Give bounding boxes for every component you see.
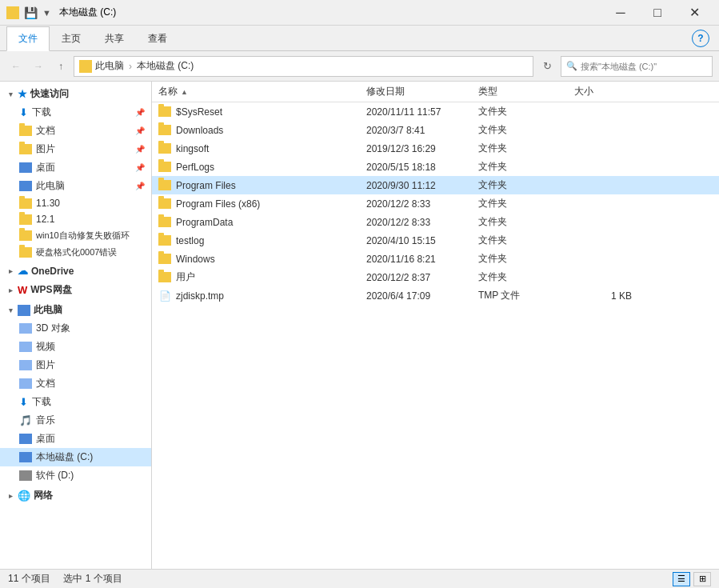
sidebar-header-thispc[interactable]: ▾ 此电脑 (0, 301, 151, 319)
forward-button[interactable]: → (29, 57, 48, 76)
sidebar-header-onedrive[interactable]: ▸ ☁ OneDrive (0, 262, 151, 279)
sidebar-item-3dobjects[interactable]: 3D 对象 (0, 319, 151, 338)
view-tiles-button[interactable]: ⊞ (693, 572, 711, 586)
main-content: ▾ ★ 快速访问 ⬇ 下载 📌 文档 📌 图片 📌 桌面 (0, 82, 719, 569)
sidebar-item-pictures2[interactable]: 图片 (0, 356, 151, 374)
drive-d-icon (19, 470, 32, 481)
sidebar-item-desktop2[interactable]: 桌面 (0, 430, 151, 448)
file-name: Windows (158, 254, 366, 265)
sidebar-item-documents[interactable]: 文档 📌 (0, 122, 151, 140)
sidebar-item-label: 11.30 (36, 198, 60, 209)
sidebar-item-download2[interactable]: ⬇ 下载 (0, 393, 151, 411)
minimize-button[interactable]: ─ (602, 0, 639, 26)
title-bar: 💾 ▼ 本地磁盘 (C:) ─ □ ✕ (0, 0, 719, 26)
sidebar-item-label: 硬盘格式化0007错误 (36, 246, 117, 258)
maximize-button[interactable]: □ (639, 0, 676, 26)
table-row[interactable]: 📄 zjdiskp.tmp 2020/6/4 17:09 TMP 文件 1 KB (152, 286, 719, 305)
quick-access-save[interactable]: 💾 (24, 6, 38, 19)
title-text: 本地磁盘 (C:) (59, 6, 116, 19)
file-type: 文件夹 (478, 234, 574, 247)
col-header-name[interactable]: 名称 ▲ (158, 85, 366, 98)
col-header-type[interactable]: 类型 (478, 85, 574, 98)
view-details-button[interactable]: ☰ (673, 572, 690, 586)
address-crumb-pc[interactable]: 此电脑 (95, 59, 124, 73)
refresh-button[interactable]: ↻ (537, 56, 557, 77)
sidebar-wps-section: ▸ W WPS网盘 (0, 281, 151, 299)
sidebar-item-disk-error[interactable]: 硬盘格式化0007错误 (0, 244, 151, 261)
sidebar-item-documents2[interactable]: 文档 (0, 374, 151, 393)
sidebar-item-thispc[interactable]: 此电脑 📌 (0, 177, 151, 195)
sidebar-item-1130[interactable]: 11.30 (0, 195, 151, 211)
sidebar-item-music[interactable]: 🎵 音乐 (0, 411, 151, 430)
sidebar-header-wps[interactable]: ▸ W WPS网盘 (0, 281, 151, 299)
sidebar-item-win10-fix[interactable]: win10自动修复失败循环 (0, 227, 151, 244)
ribbon-tab-home[interactable]: 主页 (50, 26, 93, 51)
folder-icon (19, 126, 32, 136)
pin-icon: 📌 (135, 126, 145, 135)
table-row[interactable]: Downloads 2020/3/7 8:41 文件夹 (152, 121, 719, 139)
sidebar-header-quick-access[interactable]: ▾ ★ 快速访问 (0, 85, 151, 103)
folder-icon (19, 144, 32, 154)
up-button[interactable]: ↑ (51, 57, 70, 76)
close-button[interactable]: ✕ (676, 0, 713, 26)
file-name: $SysReset (158, 106, 366, 118)
sidebar-item-label: 下载 (32, 395, 51, 409)
ribbon-tab-file[interactable]: 文件 (6, 26, 50, 51)
sidebar: ▾ ★ 快速访问 ⬇ 下载 📌 文档 📌 图片 📌 桌面 (0, 82, 152, 569)
back-button[interactable]: ← (6, 57, 26, 76)
status-items-count: 11 个项目 选中 1 个项目 (8, 572, 122, 586)
quick-access-properties[interactable]: ▼ (42, 8, 51, 18)
col-header-size[interactable]: 大小 (574, 85, 638, 98)
file-name: kingsoft (158, 143, 366, 154)
pin-icon: 📌 (135, 182, 145, 190)
search-box[interactable]: 🔍 (561, 56, 713, 77)
status-bar: 11 个项目 选中 1 个项目 ☰ ⊞ (0, 569, 719, 588)
sidebar-item-download[interactable]: ⬇ 下载 📌 (0, 103, 151, 122)
sidebar-item-video[interactable]: 视频 (0, 338, 151, 356)
folder-icon (158, 180, 171, 190)
sidebar-quick-access: ▾ ★ 快速访问 ⬇ 下载 📌 文档 📌 图片 📌 桌面 (0, 85, 151, 261)
sidebar-item-local-disk-c[interactable]: 本地磁盘 (C:) (0, 448, 151, 466)
file-date: 2020/4/10 15:15 (366, 235, 478, 246)
table-row[interactable]: PerfLogs 2020/5/15 18:18 文件夹 (152, 158, 719, 176)
ribbon-help: ? (692, 26, 713, 50)
help-button[interactable]: ? (692, 30, 709, 47)
table-row[interactable]: kingsoft 2019/12/3 16:29 文件夹 (152, 139, 719, 158)
col-header-date[interactable]: 修改日期 (366, 85, 478, 98)
table-row[interactable]: Program Files 2020/9/30 11:12 文件夹 (152, 176, 719, 194)
search-input[interactable] (581, 62, 707, 71)
sidebar-item-label: 桌面 (36, 161, 55, 174)
chevron-wps: ▸ (6, 286, 14, 294)
sidebar-item-label: 文档 (36, 124, 55, 138)
folder-icon (158, 125, 171, 135)
ribbon-tab-share[interactable]: 共享 (93, 26, 136, 51)
sidebar-item-label: 图片 (36, 142, 55, 156)
table-row[interactable]: Program Files (x86) 2020/12/2 8:33 文件夹 (152, 194, 719, 213)
table-row[interactable]: testlog 2020/4/10 15:15 文件夹 (152, 231, 719, 250)
address-separator: › (129, 61, 132, 72)
address-path[interactable]: 此电脑 › 本地磁盘 (C:) (74, 56, 533, 77)
folder-icon (158, 235, 171, 246)
file-type: 文件夹 (478, 160, 574, 174)
file-size: 1 KB (574, 290, 638, 302)
folder-icon (158, 162, 171, 172)
sidebar-item-pictures[interactable]: 图片 📌 (0, 140, 151, 158)
ribbon-tab-view[interactable]: 查看 (136, 26, 179, 51)
address-crumb-drive[interactable]: 本地磁盘 (C:) (137, 59, 194, 73)
table-row[interactable]: ProgramData 2020/12/2 8:33 文件夹 (152, 213, 719, 231)
file-type: 文件夹 (478, 197, 574, 210)
file-name: Downloads (158, 125, 366, 136)
table-row[interactable]: Windows 2020/11/16 8:21 文件夹 (152, 250, 719, 268)
sidebar-item-121[interactable]: 12.1 (0, 211, 151, 227)
file-name: Program Files (x86) (158, 198, 366, 210)
file-type: 文件夹 (478, 270, 574, 284)
file-date: 2019/12/3 16:29 (366, 143, 478, 154)
sidebar-item-disk-d[interactable]: 软件 (D:) (0, 466, 151, 485)
file-date: 2020/11/16 8:21 (366, 254, 478, 265)
table-row[interactable]: $SysReset 2020/11/11 11:57 文件夹 (152, 102, 719, 121)
file-type: 文件夹 (478, 215, 574, 229)
file-date: 2020/12/2 8:33 (366, 198, 478, 210)
sidebar-header-network[interactable]: ▸ 🌐 网络 (0, 486, 151, 505)
table-row[interactable]: 用户 2020/12/2 8:37 文件夹 (152, 268, 719, 286)
sidebar-item-desktop[interactable]: 桌面 📌 (0, 158, 151, 177)
